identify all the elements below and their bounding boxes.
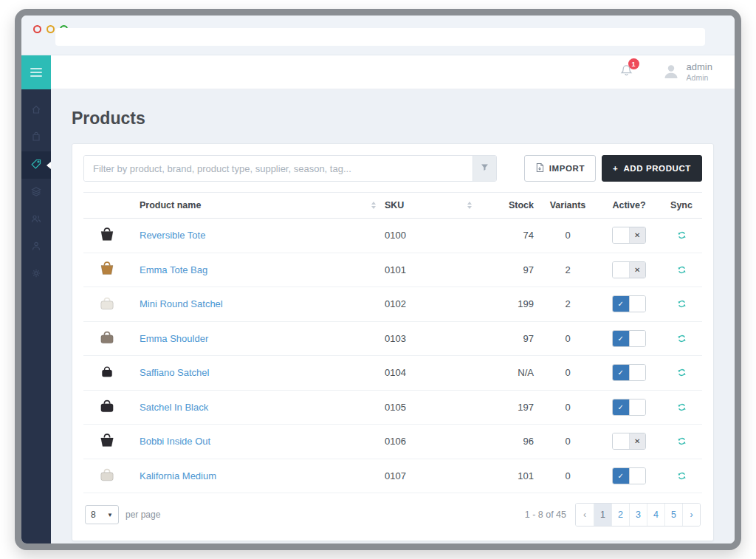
avatar bbox=[662, 62, 681, 83]
filter-input[interactable] bbox=[84, 156, 472, 181]
sidebar bbox=[21, 55, 51, 543]
active-toggle[interactable]: ✓✕ bbox=[612, 364, 646, 381]
plus-icon: + bbox=[613, 164, 618, 173]
sort-icon[interactable] bbox=[371, 202, 376, 209]
product-link[interactable]: Satchel In Black bbox=[140, 402, 208, 413]
active-toggle[interactable]: ✓✕ bbox=[612, 467, 646, 484]
sync-icon[interactable] bbox=[677, 265, 687, 275]
sync-icon[interactable] bbox=[677, 471, 687, 481]
stock-value: N/A bbox=[481, 367, 538, 378]
pager: ‹ 1 2 3 4 5 › bbox=[575, 503, 701, 527]
sku-value: 0107 bbox=[385, 470, 481, 481]
notification-badge: 1 bbox=[628, 58, 639, 69]
sidebar-item-customers[interactable] bbox=[21, 206, 51, 233]
column-sku: SKU bbox=[385, 200, 404, 210]
sidebar-item-account[interactable] bbox=[21, 233, 51, 261]
sidebar-item-home[interactable] bbox=[21, 97, 51, 124]
variants-value: 2 bbox=[538, 264, 597, 275]
product-link[interactable]: Emma Tote Bag bbox=[140, 264, 207, 275]
products-card: IMPORT + ADD PRODUCT Product name bbox=[72, 143, 714, 541]
page-button-5[interactable]: 5 bbox=[664, 504, 682, 526]
product-link[interactable]: Mini Round Satchel bbox=[140, 298, 223, 309]
product-image bbox=[98, 363, 116, 383]
product-image bbox=[97, 258, 117, 281]
users-icon bbox=[30, 213, 42, 227]
stock-value: 97 bbox=[481, 333, 538, 344]
filter-funnel-button[interactable] bbox=[472, 156, 496, 181]
sync-icon[interactable] bbox=[677, 230, 687, 240]
page-button-2[interactable]: 2 bbox=[611, 504, 629, 526]
url-bar[interactable] bbox=[55, 28, 705, 46]
column-active: Active? bbox=[597, 200, 661, 210]
product-image bbox=[97, 431, 117, 453]
table-row: Satchel In Black 0105 197 0 ✓✕ bbox=[83, 391, 702, 425]
browser-chrome bbox=[21, 16, 735, 55]
user-menu[interactable]: admin Admin bbox=[662, 62, 712, 83]
table-row: Mini Round Satchel 0102 199 2 ✓✕ bbox=[83, 287, 702, 322]
sync-icon[interactable] bbox=[677, 368, 687, 377]
column-stock: Stock bbox=[481, 200, 538, 210]
product-link[interactable]: Emma Shoulder bbox=[140, 333, 208, 344]
sync-icon[interactable] bbox=[677, 299, 687, 309]
funnel-icon bbox=[480, 162, 489, 175]
sidebar-item-orders[interactable] bbox=[21, 124, 51, 151]
per-page-select[interactable]: 8 ▼ bbox=[85, 505, 119, 524]
variants-value: 0 bbox=[538, 367, 597, 378]
user-name: admin bbox=[687, 62, 712, 73]
bell-icon bbox=[619, 67, 633, 80]
page-button-4[interactable]: 4 bbox=[647, 504, 664, 526]
variants-value: 0 bbox=[538, 436, 597, 447]
stock-value: 199 bbox=[481, 298, 538, 309]
product-link[interactable]: Reversible Tote bbox=[140, 230, 205, 241]
product-link[interactable]: Kalifornia Medium bbox=[140, 470, 216, 481]
tag-icon bbox=[30, 158, 42, 173]
product-link[interactable]: Bobbi Inside Out bbox=[140, 436, 210, 447]
pagination-bar: 8 ▼ per page 1 - 8 of 45 ‹ 1 2 3 4 5 › bbox=[83, 493, 702, 529]
page-button-3[interactable]: 3 bbox=[629, 504, 647, 526]
product-link[interactable]: Saffiano Satchel bbox=[140, 367, 209, 378]
per-page-label: per page bbox=[126, 510, 160, 520]
active-toggle[interactable]: ✓✕ bbox=[612, 295, 646, 312]
sidebar-item-products[interactable] bbox=[21, 151, 51, 179]
sync-icon[interactable] bbox=[677, 436, 687, 446]
import-button[interactable]: IMPORT bbox=[524, 155, 596, 182]
active-toggle[interactable]: ✓✕ bbox=[612, 399, 646, 416]
table-row: Bobbi Inside Out 0106 96 0 ✓✕ bbox=[83, 425, 702, 459]
table-row: Emma Tote Bag 0101 97 2 ✓✕ bbox=[83, 253, 702, 288]
table-row: Reversible Tote 0100 74 0 ✓✕ bbox=[83, 219, 702, 253]
active-toggle[interactable]: ✓✕ bbox=[612, 227, 646, 244]
product-image bbox=[97, 396, 117, 418]
stock-value: 97 bbox=[481, 264, 538, 275]
sku-value: 0102 bbox=[385, 298, 481, 309]
table-row: Emma Shoulder 0103 97 0 ✓✕ bbox=[83, 322, 702, 357]
variants-value: 0 bbox=[538, 402, 597, 413]
hamburger-menu-button[interactable] bbox=[21, 55, 51, 89]
next-page-button[interactable]: › bbox=[682, 504, 700, 526]
variants-value: 0 bbox=[538, 470, 597, 481]
notifications-button[interactable]: 1 bbox=[619, 64, 633, 80]
sku-value: 0103 bbox=[385, 333, 481, 344]
page-button-1[interactable]: 1 bbox=[594, 504, 611, 526]
add-product-button[interactable]: + ADD PRODUCT bbox=[602, 155, 702, 182]
results-range: 1 - 8 of 45 bbox=[525, 510, 566, 520]
sidebar-item-settings[interactable] bbox=[21, 261, 51, 288]
stock-value: 197 bbox=[481, 402, 538, 413]
sort-icon[interactable] bbox=[467, 202, 472, 209]
stock-value: 74 bbox=[481, 230, 538, 241]
variants-value: 0 bbox=[538, 333, 597, 344]
sku-value: 0100 bbox=[385, 230, 481, 241]
user-icon bbox=[30, 240, 42, 255]
page-title: Products bbox=[72, 109, 714, 128]
active-toggle[interactable]: ✓✕ bbox=[612, 433, 646, 450]
column-variants: Variants bbox=[538, 200, 597, 210]
active-toggle[interactable]: ✓✕ bbox=[612, 330, 646, 347]
close-window-icon[interactable] bbox=[33, 25, 41, 33]
sync-icon[interactable] bbox=[677, 402, 687, 412]
sync-icon[interactable] bbox=[677, 334, 687, 343]
product-image bbox=[97, 293, 117, 315]
sidebar-item-inventory[interactable] bbox=[21, 179, 51, 206]
minimize-window-icon[interactable] bbox=[47, 25, 55, 33]
column-product-name: Product name bbox=[140, 200, 201, 210]
prev-page-button[interactable]: ‹ bbox=[576, 504, 594, 526]
active-toggle[interactable]: ✓✕ bbox=[612, 261, 646, 278]
